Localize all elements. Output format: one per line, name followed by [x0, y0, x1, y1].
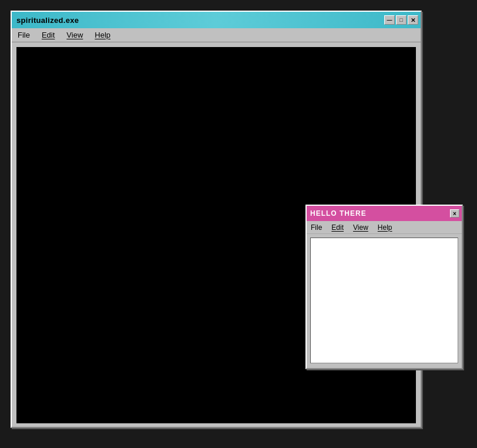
main-window-controls: — □ ✕ [384, 15, 418, 25]
child-menu-help[interactable]: Help [376, 223, 394, 232]
child-content-area [310, 238, 458, 363]
child-title-bar[interactable]: HELLO THERE × [307, 206, 462, 221]
minimize-button[interactable]: — [384, 15, 395, 25]
child-window: HELLO THERE × File Edit View Help [305, 205, 463, 369]
main-window-title: spiritualized.exe [14, 16, 79, 25]
child-menu-edit[interactable]: Edit [330, 223, 345, 232]
main-menu-edit[interactable]: Edit [39, 29, 57, 41]
main-menu-view[interactable]: View [64, 29, 85, 41]
child-menu-view[interactable]: View [351, 223, 370, 232]
main-menu-help[interactable]: Help [92, 29, 113, 41]
close-button[interactable]: ✕ [408, 15, 418, 25]
main-menu-file[interactable]: File [15, 29, 32, 41]
child-window-title: HELLO THERE [309, 209, 367, 218]
child-close-button[interactable]: × [450, 209, 459, 218]
child-menu-bar: File Edit View Help [307, 221, 462, 234]
child-menu-file[interactable]: File [309, 223, 324, 232]
maximize-button[interactable]: □ [396, 15, 407, 25]
main-menu-bar: File Edit View Help [12, 28, 421, 42]
main-title-bar[interactable]: spiritualized.exe — □ ✕ [12, 12, 421, 28]
